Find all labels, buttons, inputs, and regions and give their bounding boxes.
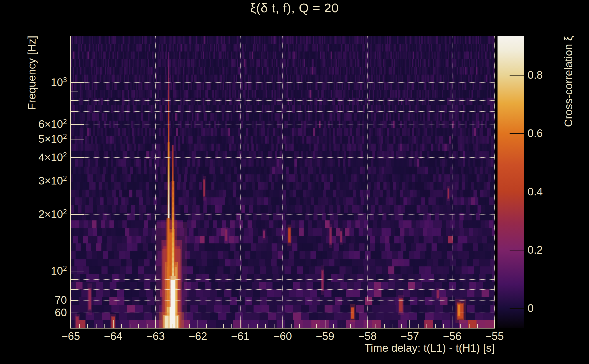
x-tick-mark-minor [130,324,131,328]
x-tick-mark-minor [375,324,376,328]
x-tick-label: −63 [146,330,165,342]
x-tick-label: −55 [485,330,504,342]
chart-title: ξ(δ t, f), Q = 20 [0,0,589,15]
gridline-v [452,36,452,328]
y-tick-mark [71,181,84,181]
x-tick-mark-major [367,320,368,328]
y-tick-mark [71,289,78,290]
x-tick-mark-minor [105,324,105,328]
x-tick-mark-major [113,320,114,328]
x-tick-mark-minor [426,324,427,328]
x-tick-mark-minor [393,324,393,328]
x-tick-mark-minor [181,324,181,328]
colorbar [497,36,524,328]
x-tick-mark-minor [333,324,334,328]
x-tick-mark-minor [231,324,232,328]
gridline-v [198,36,198,328]
colorbar-tick-label: 0.8 [528,69,543,81]
y-axis-title: Frequency [Hz] [26,36,38,110]
x-tick-mark-minor [469,324,470,328]
colorbar-tick-mark [510,250,524,250]
colorbar-tick-label: 0.6 [528,127,543,140]
y-tick-label: 5×102 [14,132,67,145]
x-axis-spine [70,328,495,329]
x-tick-label: −58 [358,330,377,342]
gridline-v [325,36,325,328]
x-tick-mark-minor [147,324,147,328]
colorbar-tick-label: 0.2 [528,244,543,256]
colorbar-tick-label: 0 [528,302,534,315]
y-tick-mark [71,312,78,313]
y-tick-mark [71,279,78,280]
colorbar-title: Cross-correlation ξ [562,36,575,127]
x-tick-mark-minor [291,324,292,328]
gridline-v [240,36,241,328]
x-tick-mark-major [494,320,495,328]
x-tick-mark-minor [350,324,351,328]
x-tick-mark-major [155,320,156,328]
x-tick-mark-minor [164,324,164,328]
y-tick-mark [71,124,84,125]
x-tick-mark-minor [121,324,122,328]
y-tick-mark [71,91,78,91]
y-tick-label: 2×102 [14,208,67,220]
x-axis-title: Time delay: t(L1) - t(H1) [s] [364,342,495,354]
x-tick-mark-minor [435,324,436,328]
y-tick-mark [71,271,84,271]
x-tick-mark-minor [189,324,190,328]
x-tick-mark-minor [342,324,342,328]
x-tick-mark-minor [265,324,266,328]
x-tick-mark-minor [299,324,300,328]
x-tick-mark-minor [401,324,402,328]
x-tick-mark-minor [486,324,486,328]
y-tick-mark [71,111,78,112]
y-tick-label: 4×102 [14,151,67,163]
x-tick-mark-minor [359,324,359,328]
x-tick-mark-minor [249,324,249,328]
colorbar-tick-mark [510,75,524,76]
x-tick-mark-major [282,320,283,328]
x-tick-mark-minor [215,324,215,328]
x-tick-label: −57 [400,330,419,342]
x-tick-mark-minor [418,324,419,328]
gridline-v [367,36,367,328]
y-tick-mark [71,157,84,158]
y-tick-label: 70 [14,294,67,306]
x-tick-mark-major [409,320,410,328]
y-tick-label: 102 [14,264,67,277]
gridline-v [410,36,410,328]
x-tick-label: −59 [316,330,334,342]
x-tick-mark-minor [87,324,88,328]
y-tick-label: 3×102 [14,174,67,187]
x-tick-mark-minor [308,324,308,328]
x-tick-mark-minor [460,324,461,328]
x-tick-mark-major [325,320,326,328]
colorbar-tick-mark [510,308,524,309]
x-tick-label: −56 [443,330,461,342]
y-tick-mark [71,214,84,215]
gridline-v [155,36,156,328]
y-tick-mark [71,100,78,101]
x-tick-label: −65 [61,330,80,342]
x-tick-mark-major [452,320,452,328]
colorbar-tick-mark [510,192,524,192]
x-tick-mark-minor [138,324,139,328]
x-tick-mark-minor [384,324,385,328]
x-tick-mark-minor [477,324,478,328]
x-tick-mark-minor [443,324,444,328]
plot-area [71,36,495,328]
x-tick-label: −60 [273,330,292,342]
figure: ξ(δ t, f), Q = 20 Frequency [Hz] 1036×10… [0,0,589,364]
x-tick-mark-minor [172,324,173,328]
y-tick-label: 60 [14,306,67,319]
x-tick-mark-major [197,320,198,328]
gridline-v [113,36,113,328]
x-tick-mark-minor [316,324,317,328]
y-tick-mark [71,139,84,139]
x-tick-mark-minor [223,324,224,328]
x-tick-mark-minor [206,324,207,328]
x-tick-label: −62 [189,330,207,342]
x-tick-label: −64 [104,330,122,342]
x-tick-mark-minor [79,324,80,328]
y-tick-mark [71,300,78,301]
